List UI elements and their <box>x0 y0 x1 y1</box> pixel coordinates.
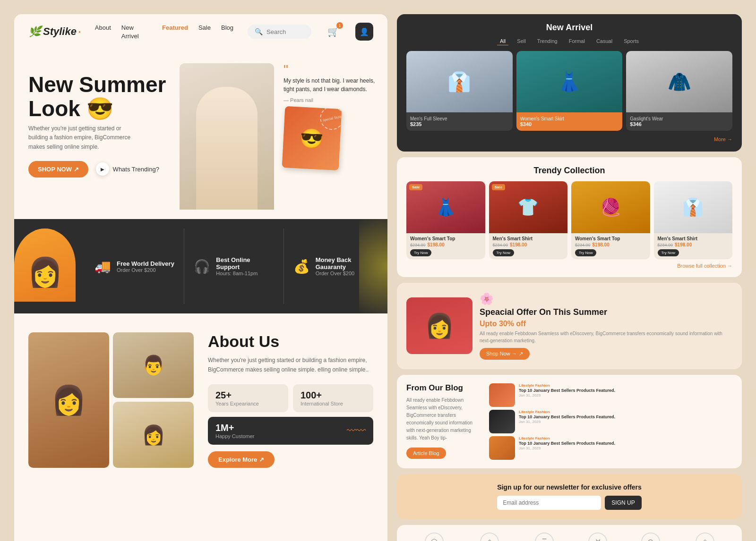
collection-link[interactable]: Browse full collection → <box>406 263 732 269</box>
trending-button[interactable]: ▶ Whats Trending? <box>96 162 159 176</box>
wave-icon: 〰〰 <box>347 425 366 436</box>
explore-button[interactable]: Explore More ↗ <box>208 451 275 468</box>
arrow-icon: ↗ <box>519 351 523 357</box>
tab-formal[interactable]: Formal <box>566 37 588 45</box>
brand-3: Ξ ELEGANT <box>533 533 556 541</box>
trendy-card-2[interactable]: 👕 Sale Men's Smart Shirt $234.00 $198.00… <box>489 181 568 259</box>
about-img-1: 👩 <box>28 332 109 468</box>
tab-all[interactable]: All <box>497 37 508 45</box>
trendy-products: 👗 Sale Women's Smart Top $234.00 $198.00… <box>406 181 732 259</box>
play-icon: ▶ <box>96 162 109 176</box>
arrival-products: 👔 Men's Full Sleeve $235 👗 Women's Smart… <box>406 51 732 131</box>
newsletter-email-input[interactable] <box>497 496 601 510</box>
hero-quote-block: My style is not that big. I wear heels, … <box>284 63 378 169</box>
about-content: About Us Whether you're just getting sta… <box>208 332 373 468</box>
hero-model-image <box>180 63 274 210</box>
logo-dot: ● <box>78 30 81 34</box>
newsletter-title: Sign up for our newsletter for exclusive… <box>406 483 732 491</box>
features-bar: 👩 🚚 Free World Delivery Order Over $200 … <box>14 219 387 313</box>
search-input[interactable] <box>266 28 304 35</box>
try-now-button-2[interactable]: Try Now <box>493 249 514 256</box>
stat-stores: 100+ International Store <box>293 384 373 412</box>
brand-6: ◇ ELEGANT <box>694 533 716 541</box>
special-offer-button[interactable]: Shop Now → ↗ <box>480 348 530 360</box>
feature-delivery-title: Free World Delivery <box>117 260 174 267</box>
nav-item-new-arrivel[interactable]: New Arrivel <box>121 23 152 40</box>
stat-customers: 1M+ Happy Customer 〰〰 <box>208 417 373 445</box>
blog-post-1: Lifestyle Fashion Top 10 January Best Se… <box>489 383 732 407</box>
tab-casual[interactable]: Casual <box>593 37 615 45</box>
blog-post-1-image <box>489 383 515 407</box>
nav-item-about[interactable]: About <box>95 23 111 40</box>
brands-bar: ⬡ PLATXLIM ◈ PREMIUM Ξ ELEGANT ✕ LUXURY … <box>397 525 742 541</box>
brand-5-icon: ⊙ <box>641 533 660 541</box>
left-panel: 🌿 Stylike ● About New Arrivel Featured S… <box>14 14 387 541</box>
stat-experience: 25+ Years Expeariance <box>208 384 288 412</box>
blog-post-2-image <box>489 410 515 433</box>
feature-delivery: 🚚 Free World Delivery Order Over $200 <box>94 228 174 304</box>
trendy-section: Trendy Collection 👗 Sale Women's Smart T… <box>397 157 742 277</box>
feature-support: 🎧 Best Online Support Hours: 8am-11pm <box>184 228 274 304</box>
arrival-card-3-image: 🧥 <box>626 51 732 112</box>
feature-support-sub: Hours: 8am-11pm <box>216 270 274 276</box>
special-offer-title: Speacial Offer On This Summer <box>480 307 732 318</box>
nav-item-blog[interactable]: Blog <box>221 23 233 40</box>
support-icon: 🎧 <box>194 259 210 274</box>
blog-left: From Our Blog All ready enable Febbdown … <box>406 383 482 460</box>
special-offer-section: 👩 🌸 Speacial Offer On This Summer Upto 3… <box>397 283 742 369</box>
arrival-card-1[interactable]: 👔 Men's Full Sleeve $235 <box>406 51 513 131</box>
hero-title: New Summer Look 😎 <box>28 73 170 120</box>
trendy-card-1[interactable]: 👗 Sale Women's Smart Top $234.00 $198.00… <box>406 181 485 259</box>
trendy-card-3-image: 🧶 <box>571 181 650 233</box>
try-now-button-3[interactable]: Try Now <box>575 249 596 256</box>
nav-item-sale[interactable]: Sale <box>198 23 211 40</box>
tab-trending[interactable]: Trending <box>534 37 560 45</box>
trendy-card-4[interactable]: 👔 Men's Smart Shirt $234.00 $198.00 Try … <box>654 181 733 259</box>
sale-badge-1: Sale <box>409 184 422 190</box>
delivery-icon: 🚚 <box>94 259 111 274</box>
try-now-button-4[interactable]: Try Now <box>658 249 679 256</box>
user-icon: 👤 <box>360 27 369 36</box>
brand-1: ⬡ PLATXLIM <box>423 533 446 541</box>
about-images: 👩 👨 👩 <box>28 332 194 468</box>
nav-item-featured[interactable]: Featured <box>162 23 188 40</box>
tab-sports[interactable]: Sports <box>621 37 642 45</box>
blog-post-2-content: Lifestyle Fashion Top 10 January Best Se… <box>519 410 615 424</box>
brand-1-icon: ⬡ <box>425 533 444 541</box>
blog-post-3: Lifestyle Fashion Top 10 January Best Se… <box>489 436 732 460</box>
quote-text: My style is not that big. I wear heels, … <box>284 63 378 93</box>
brand-3-icon: Ξ <box>535 533 554 541</box>
nav-links: About New Arrivel Featured Sale Blog <box>95 23 233 40</box>
cart-button[interactable]: 🛒 1 <box>326 24 341 39</box>
hero-subtitle: Whether you're just getting started or b… <box>28 124 132 152</box>
blog-description: All ready enable Febbdown Seamless with … <box>406 397 482 442</box>
special-offer-content: 🌸 Speacial Offer On This Summer Upto 30%… <box>480 292 732 360</box>
hero-content: New Summer Look 😎 Whether you're just ge… <box>28 63 170 178</box>
newsletter-signup-button[interactable]: SIGN UP <box>605 496 641 510</box>
arrival-card-2-image: 👗 <box>516 51 623 112</box>
brand-2-icon: ◈ <box>480 533 499 541</box>
shop-now-button[interactable]: SHOP NOW ↗ <box>28 161 88 178</box>
about-section: 👩 👨 👩 About Us Whether you're just getti… <box>14 313 387 487</box>
brand-2: ◈ PREMIUM <box>479 533 500 541</box>
feature-delivery-sub: Order Over $200 <box>117 267 174 273</box>
more-link[interactable]: More → <box>406 135 732 143</box>
trendy-card-3[interactable]: 🧶 Women's Smart Top $234.00 $198.00 Try … <box>571 181 650 259</box>
article-blog-button[interactable]: Article Blog <box>406 448 446 459</box>
tab-sell[interactable]: Sell <box>514 37 528 45</box>
search-icon: 🔍 <box>255 28 263 35</box>
arrival-card-1-image: 👔 <box>406 51 513 112</box>
blog-section: From Our Blog All ready enable Febbdown … <box>397 375 742 468</box>
blog-post-2: Lifestyle Fashion Top 10 January Best Se… <box>489 410 732 433</box>
about-description: Whether you're just getting started or b… <box>208 355 373 375</box>
try-now-button-1[interactable]: Try Now <box>410 249 431 256</box>
right-panel: New Arrivel All Sell Trending Formal Cas… <box>397 14 742 541</box>
navbar: 🌿 Stylike ● About New Arrivel Featured S… <box>14 14 387 49</box>
arrival-card-3[interactable]: 🧥 Gaslight's Wear $346 <box>626 51 732 131</box>
newsletter-section: Sign up for our newsletter for exclusive… <box>397 474 742 519</box>
feature-money-title: Money Back Gauaranty <box>316 256 373 270</box>
blog-posts: Lifestyle Fashion Top 10 January Best Se… <box>489 383 732 460</box>
special-offer-image: 👩 <box>406 297 472 354</box>
arrival-card-2[interactable]: 👗 Women's Smart Skirt $340 <box>516 51 623 131</box>
user-button[interactable]: 👤 <box>355 23 373 41</box>
